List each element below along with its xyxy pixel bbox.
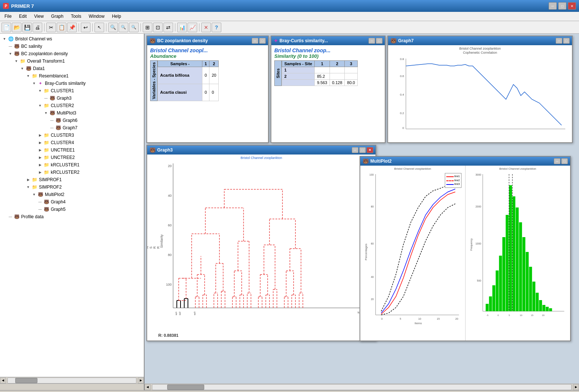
graph3-minimize[interactable]: ─ [352,147,358,153]
graph7-titlebar[interactable]: 🐻 Graph7 ─ □ [388,36,572,45]
grid-button[interactable]: ⊞ [143,23,152,32]
expander-multiplot3[interactable]: ▼ [43,110,49,116]
expander-braycurtis[interactable]: ▼ [31,80,37,86]
bczoo-maximize[interactable]: □ [259,38,266,44]
minimize-button[interactable]: ─ [549,2,557,10]
resize-button[interactable]: ⊡ [153,23,163,32]
tree-item-bristol[interactable]: ▼ 🌐 Bristol Channel ws [0,35,144,43]
tree-item-braycurtis[interactable]: ▼ ✦ Bray-Curtis similarity [0,80,144,87]
expander-overtransform[interactable]: ▼ [13,58,19,64]
menu-tools[interactable]: Tools [68,13,84,20]
braycurtis-titlebar[interactable]: ✦ Bray-Curtis similarity... ─ □ [271,36,385,45]
expander-cluster4[interactable]: ▶ [37,140,43,146]
graph3-titlebar[interactable]: 🐻 Graph3 ─ □ ✕ [147,146,375,155]
menu-graph[interactable]: Graph [48,13,66,20]
tree-item-unctree2[interactable]: ▶ 📁 UNCTREE2 [0,154,144,161]
export1-button[interactable]: 📊 [177,23,187,32]
close-button[interactable]: ✕ [568,2,576,10]
pointer-button[interactable]: ↖ [95,23,104,32]
expander-cluster1[interactable]: ▼ [37,88,43,94]
expander-bcsalinity[interactable]: — [7,43,13,49]
menu-file[interactable]: File [1,13,14,20]
copy-button[interactable]: 📋 [57,23,66,32]
tree-item-cluster3[interactable]: ▶ 📁 CLUSTER3 [0,132,144,139]
expander-unctree2[interactable]: ▶ [37,155,43,160]
expander-data1[interactable]: ▼ [19,66,25,72]
maximize-button[interactable]: □ [558,2,566,10]
tree-item-bczoo[interactable]: ▼ 🐻 BC zooplankton density [0,50,144,57]
tree-item-graph5[interactable]: — 🐻 Graph5 [0,206,144,213]
bczoo-minimize[interactable]: ─ [252,38,258,44]
multiplot2-maximize[interactable]: □ [561,158,568,164]
zoom-in-button[interactable]: 🔍 [108,23,118,32]
expander-cluster3[interactable]: ▶ [37,132,43,138]
expander-resemblance1[interactable]: ▼ [25,73,31,79]
print-button[interactable]: 🖨 [33,23,42,32]
tree-item-simprof2[interactable]: ▼ 📁 SIMPROF2 [0,183,144,191]
tree-container[interactable]: ▼ 🌐 Bristol Channel ws — 🐻 BC salinity ▼… [0,34,144,377]
tree-item-resemblance1[interactable]: ▼ 📁 Resemblance1 [0,72,144,80]
tree-item-cluster4[interactable]: ▶ 📁 CLUSTER4 [0,139,144,146]
undo-button[interactable]: ↩ [81,23,90,32]
scroll-main-left[interactable]: ◀ [145,384,150,390]
transform-button[interactable]: ⇄ [163,23,173,32]
expander-multiplot2[interactable]: ▼ [31,192,37,197]
graph3-maximize[interactable]: □ [359,147,366,153]
export2-button[interactable]: 📈 [188,23,197,32]
expander-krcluster2[interactable]: ▶ [37,169,43,175]
expander-unctree1[interactable]: ▶ [37,147,43,153]
left-scrollbar-track[interactable] [7,378,136,383]
tree-item-cluster1[interactable]: ▼ 📁 CLUSTER1 [0,87,144,94]
tree-item-data1[interactable]: ▼ 🐻 Data1 [0,65,144,72]
expander-bczoo[interactable]: ▼ [7,51,13,57]
tree-item-unctree1[interactable]: ▶ 📁 UNCTREE1 [0,146,144,154]
graph7-minimize[interactable]: ─ [556,38,562,44]
zoom-fit-button[interactable]: 🔍 [129,23,139,32]
tree-item-simprof1[interactable]: ▶ 📁 SIMPROF1 [0,176,144,183]
delete-button[interactable]: ✕ [201,23,211,32]
main-scrollbar-track[interactable] [152,384,572,390]
expander-simprof1[interactable]: ▶ [25,177,31,183]
left-scrollbar[interactable]: ◀ ▶ [0,377,144,383]
bczoo-titlebar[interactable]: 🐻 BC zooplankton density ─ □ [147,36,268,45]
tree-item-cluster2[interactable]: ▼ 📁 CLUSTER2 [0,102,144,109]
tree-item-graph3[interactable]: — 🐻 Graph3 [0,94,144,102]
tree-item-profiledata[interactable]: — 🐻 Profile data [0,213,144,220]
zoom-out-button[interactable]: 🔍 [119,23,128,32]
menu-view[interactable]: View [31,13,47,20]
expander-cluster2[interactable]: ▼ [37,103,43,109]
right-bottom-scrollbar[interactable]: ◀ ▶ [145,384,579,390]
tree-item-multiplot2[interactable]: ▼ 🐻 MultiPlot2 [0,191,144,198]
multiplot2-minimize[interactable]: ─ [554,158,560,164]
tree-item-graph4[interactable]: — 🐻 Graph4 [0,198,144,206]
new-button[interactable]: 📄 [1,23,11,32]
braycurtis-minimize[interactable]: ─ [368,38,375,44]
tree-item-krcluster1[interactable]: ▶ 📁 kRCLUSTER1 [0,161,144,169]
tree-item-bcsalinity[interactable]: — 🐻 BC salinity [0,43,144,50]
menu-help[interactable]: Help [109,13,124,20]
scroll-right-arrow[interactable]: ▶ [138,378,144,383]
help-button[interactable]: ? [212,23,221,32]
graph3-close[interactable]: ✕ [367,147,373,153]
open-button[interactable]: 📂 [12,23,21,32]
scroll-left-arrow[interactable]: ◀ [0,378,6,383]
tree-item-multiplot3[interactable]: ▼ 🐻 MultiPlot3 [0,109,144,117]
menu-window[interactable]: Window [86,13,107,20]
scroll-main-right[interactable]: ▶ [573,384,579,390]
expander-krcluster1[interactable]: ▶ [37,162,43,168]
tree-item-overtransform[interactable]: ▼ 📁 Overall Transform1 [0,57,144,65]
main-scrollbar-thumb[interactable] [167,385,204,390]
tree-item-krcluster2[interactable]: ▶ 📁 kRCLUSTER2 [0,169,144,176]
braycurtis-maximize[interactable]: □ [376,38,383,44]
tree-item-graph6[interactable]: — 🐻 Graph6 [0,117,144,124]
expander-simprof2[interactable]: ▼ [25,184,31,190]
menu-edit[interactable]: Edit [16,13,30,20]
left-scrollbar-thumb[interactable] [15,378,37,383]
expander-bristol[interactable]: ▼ [1,36,7,42]
graph7-maximize[interactable]: □ [563,38,570,44]
paste-button[interactable]: 📌 [67,23,77,32]
save-button[interactable]: 💾 [22,23,32,32]
cut-button[interactable]: ✂ [46,23,56,32]
multiplot2-titlebar[interactable]: 🐻 MultiPlot2 ─ □ [360,157,570,166]
tree-item-graph7[interactable]: — 🐻 Graph7 [0,124,144,132]
